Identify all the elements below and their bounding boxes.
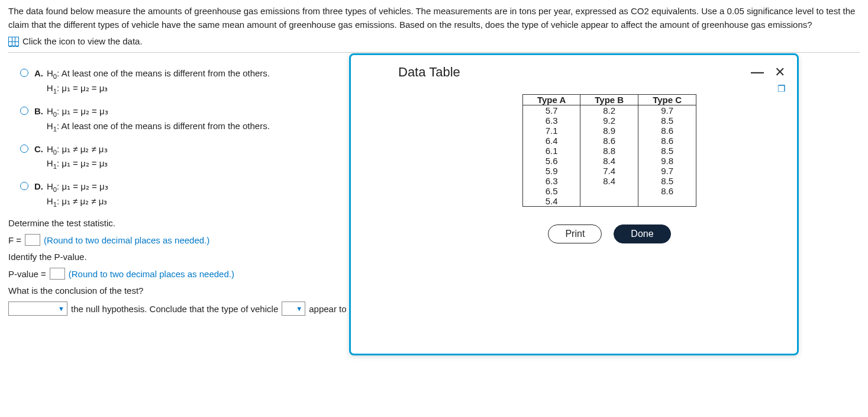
table-header: Type A (522, 95, 580, 105)
f-round-hint: (Round to two decimal places as needed.) (44, 235, 209, 245)
option-d: D.H0: μ₁ = μ₂ = μ₃ H1: μ₁ ≠ μ₂ ≠ μ₃ (34, 180, 108, 210)
f-input[interactable] (25, 234, 40, 246)
table-row: 5.97.49.7 (522, 166, 696, 176)
table-header: Type B (580, 95, 638, 105)
p-input[interactable] (50, 268, 65, 280)
conclusion-select-1[interactable]: ▼ (8, 301, 67, 316)
print-button[interactable]: Print (548, 224, 602, 243)
divider (8, 52, 860, 53)
table-row: 5.4 (522, 196, 696, 207)
table-row: 6.48.68.6 (522, 136, 696, 146)
done-button[interactable]: Done (614, 224, 670, 243)
view-data-link[interactable]: Click the icon to view the data. (8, 36, 860, 46)
radio-d[interactable] (20, 182, 28, 190)
chevron-down-icon: ▼ (296, 305, 302, 312)
table-row: 6.38.48.5 (522, 176, 696, 186)
table-row: 5.68.49.8 (522, 156, 696, 166)
conclusion-text-1: the null hypothesis. Conclude that the t… (71, 304, 278, 314)
minimize-icon[interactable]: — (751, 65, 764, 80)
option-c: C.H0: μ₁ ≠ μ₂ ≠ μ₃ H1: μ₁ = μ₂ = μ₃ (34, 143, 108, 172)
radio-a[interactable] (20, 69, 28, 77)
problem-statement: The data found below measure the amounts… (8, 5, 860, 31)
table-row: 6.18.88.5 (522, 146, 696, 156)
chevron-down-icon: ▼ (58, 305, 64, 312)
table-row: 5.78.29.7 (522, 105, 696, 116)
f-label: F = (8, 235, 21, 245)
dialog-title: Data Table (398, 65, 460, 80)
table-row: 7.18.98.6 (522, 126, 696, 136)
radio-c[interactable] (20, 145, 28, 153)
data-table: Type AType BType C 5.78.29.76.39.28.57.1… (522, 94, 696, 207)
radio-b[interactable] (20, 107, 28, 115)
data-table-dialog: Data Table — ✕ ❐ Type AType BType C 5.78… (349, 53, 799, 355)
table-row: 6.39.28.5 (522, 116, 696, 126)
option-a: A.H0: At least one of the means is diffe… (34, 67, 270, 97)
table-header: Type C (638, 95, 696, 105)
close-icon[interactable]: ✕ (775, 65, 785, 80)
p-round-hint: (Round to two decimal places as needed.) (69, 269, 234, 279)
table-icon (8, 37, 19, 46)
option-b: B.H0: μ₁ = μ₂ = μ₃ H1: At least one of t… (34, 105, 270, 134)
copy-icon[interactable]: ❐ (777, 84, 785, 94)
table-row: 6.58.6 (522, 186, 696, 196)
p-label: P-value = (8, 269, 46, 279)
conclusion-select-2[interactable]: ▼ (282, 301, 305, 316)
view-data-label: Click the icon to view the data. (22, 36, 143, 46)
